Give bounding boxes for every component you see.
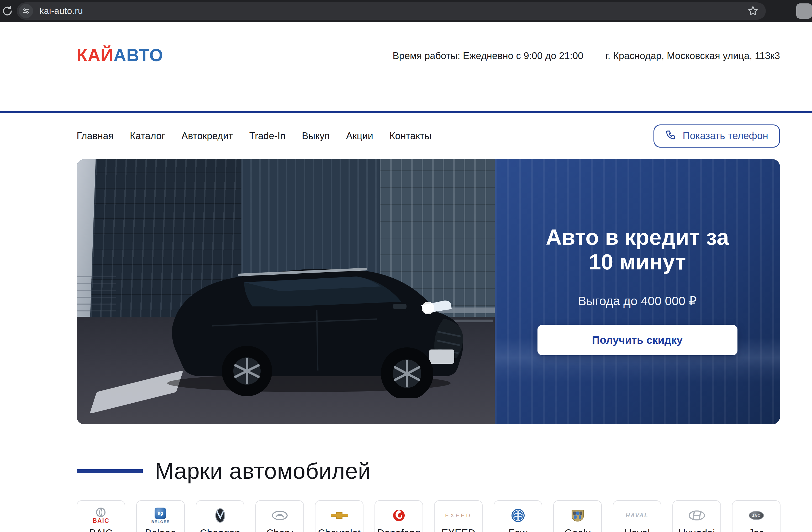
- dongfeng-logo-icon: [392, 505, 405, 526]
- section-dash: [77, 469, 143, 473]
- get-discount-button[interactable]: Получить скидку: [537, 325, 738, 355]
- nav-item-autocredit[interactable]: Автокредит: [182, 130, 233, 141]
- suv-car-image: [133, 213, 487, 398]
- chevrolet-logo-icon: [331, 505, 348, 526]
- reload-icon[interactable]: [1, 4, 14, 18]
- nav-item-home[interactable]: Главная: [77, 130, 114, 141]
- belgee-logo-text: BELGEE: [151, 520, 170, 523]
- hero-title-line1: Авто в кредит за: [546, 225, 729, 250]
- show-phone-label: Показать телефон: [683, 130, 768, 141]
- brand-name: Chevrolet: [318, 528, 361, 532]
- brand-name: Jac: [749, 528, 764, 532]
- baic-logo-icon: BAIC: [92, 505, 109, 526]
- nav-item-buyout[interactable]: Выкуп: [302, 130, 330, 141]
- brand-name: BAIC: [89, 528, 113, 532]
- brand-cards-row: BAIC BAIC ag BELGEE Belgee Changan Chery: [77, 500, 780, 532]
- brand-card-geely[interactable]: Geely: [553, 500, 602, 532]
- browser-toolbar: kai-auto.ru: [0, 0, 812, 22]
- changan-logo-icon: [215, 505, 226, 526]
- nav-item-promos[interactable]: Акции: [346, 130, 373, 141]
- nav-row: Главная Каталог Автокредит Trade-In Выку…: [0, 113, 812, 159]
- brand-name: Chery: [266, 528, 293, 532]
- brand-name: EXEED: [441, 528, 475, 532]
- exeed-logo-text: EXEED: [445, 512, 472, 519]
- brand-name: Belgee: [145, 528, 176, 532]
- working-hours: Время работы: Ежедневно с 9:00 до 21:00: [393, 51, 583, 61]
- jac-logo-text: JAC: [752, 513, 760, 518]
- baic-logo-text: BAIC: [92, 518, 109, 524]
- brand-card-jac[interactable]: JAC Jac: [732, 500, 781, 532]
- brand-name: Changan: [200, 528, 240, 532]
- chery-logo-icon: [272, 505, 288, 526]
- phone-icon: [665, 129, 676, 143]
- haval-logo-icon: HAVAL: [626, 505, 649, 526]
- brands-section-header: Марки автомобилей: [77, 458, 812, 484]
- url-text[interactable]: kai-auto.ru: [39, 6, 83, 16]
- hero-credit-panel: Авто в кредит за 10 минут Выгода до 400 …: [495, 159, 780, 424]
- hero-banner: Авто в кредит за 10 минут Выгода до 400 …: [77, 159, 780, 424]
- hero-photo: [77, 159, 495, 424]
- brand-card-haval[interactable]: HAVAL Haval: [613, 500, 661, 532]
- faw-logo-icon: [511, 505, 525, 526]
- hero-title-line2: 10 минут: [546, 250, 729, 274]
- hyundai-logo-icon: [688, 505, 705, 526]
- brand-name: Geely: [565, 528, 591, 532]
- exeed-logo-icon: EXEED: [445, 505, 472, 526]
- brand-card-chevrolet[interactable]: Chevrolet: [315, 500, 363, 532]
- site-header: КАЙАВТО Время работы: Ежедневно с 9:00 д…: [0, 22, 812, 111]
- browser-toolbar-icon[interactable]: [796, 3, 812, 19]
- brands-section-title: Марки автомобилей: [155, 458, 371, 484]
- brand-card-changan[interactable]: Changan: [196, 500, 244, 532]
- hero-title: Авто в кредит за 10 минут: [546, 225, 729, 274]
- address-bar[interactable]: kai-auto.ru: [17, 2, 766, 20]
- jac-logo-icon: JAC: [749, 505, 764, 526]
- brand-card-baic[interactable]: BAIC BAIC: [77, 500, 125, 532]
- belgee-logo-icon: ag BELGEE: [151, 505, 170, 526]
- brand-name: Haval: [624, 528, 650, 532]
- main-nav: Главная Каталог Автокредит Trade-In Выку…: [77, 130, 432, 141]
- brand-card-hyundai[interactable]: Hyundai: [672, 500, 721, 532]
- haval-logo-text: HAVAL: [626, 512, 649, 519]
- brand-card-dongfeng[interactable]: Dongfeng: [375, 500, 423, 532]
- header-info: Время работы: Ежедневно с 9:00 до 21:00 …: [393, 46, 780, 61]
- brand-name: Dongfeng: [377, 528, 420, 532]
- geely-logo-icon: [571, 505, 584, 526]
- brand-card-belgee[interactable]: ag BELGEE Belgee: [136, 500, 185, 532]
- nav-item-trade-in[interactable]: Trade-In: [249, 130, 286, 141]
- brand-card-chery[interactable]: Chery: [255, 500, 304, 532]
- brand-name: Hyundai: [678, 528, 715, 532]
- brand-card-exeed[interactable]: EXEED EXEED: [434, 500, 483, 532]
- bookmark-star-icon[interactable]: [747, 5, 759, 17]
- logo-part-red: КАЙ: [77, 45, 113, 65]
- show-phone-button[interactable]: Показать телефон: [653, 125, 780, 148]
- address: г. Краснодар, Московская улица, 113к3: [606, 51, 780, 61]
- nav-item-contacts[interactable]: Контакты: [390, 130, 432, 141]
- site-logo[interactable]: КАЙАВТО: [77, 46, 163, 64]
- belgee-monogram: ag: [158, 510, 163, 516]
- brand-name: Faw: [509, 528, 527, 532]
- brand-card-faw[interactable]: Faw: [494, 500, 542, 532]
- site-settings-icon[interactable]: [19, 4, 33, 18]
- nav-item-catalog[interactable]: Каталог: [130, 130, 165, 141]
- logo-part-blue: АВТО: [113, 45, 163, 65]
- hero-subtitle: Выгода до 400 000 ₽: [578, 294, 697, 308]
